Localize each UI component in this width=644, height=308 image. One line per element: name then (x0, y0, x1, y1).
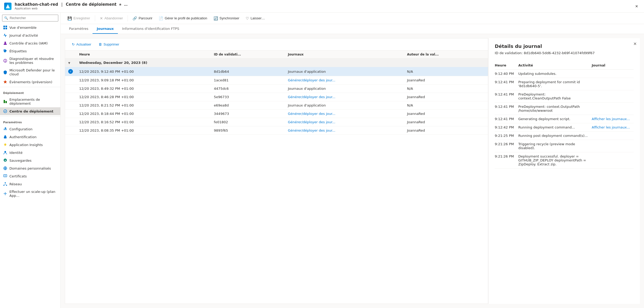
supprimer-button[interactable]: 🗑 Supprimer (96, 41, 122, 48)
row-id-validation: 4475dc6 (211, 85, 285, 93)
synchroniser-button[interactable]: 🔄 Synchroniser (211, 15, 242, 22)
tab-parametres[interactable]: Paramètres (65, 24, 93, 34)
sidebar-item-authentification[interactable]: Authentification (0, 133, 60, 141)
detail-entry-journal[interactable]: Afficher les journaux... (592, 115, 634, 123)
row-auteur: JoannaRed (404, 76, 488, 85)
sidebar-item-reseau[interactable]: Réseau (0, 180, 60, 188)
sidebar-item-identite[interactable]: Identité (0, 149, 60, 156)
detail-entry-activite: Preparing deployment for commit id '8d1d… (518, 78, 592, 90)
laisser-button[interactable]: ♡ Laisser… (243, 15, 268, 22)
row-journaux-link[interactable]: Générer/déployer des jour... (288, 112, 335, 116)
sidebar-item-diagnostiquer[interactable]: Diagnostiquer et résoudre les problèmes (0, 55, 60, 66)
row-journaux[interactable]: Générer/déployer des jour... (285, 126, 404, 135)
status-success-icon: ✓ (68, 69, 73, 74)
sidebar-label-reseau: Réseau (9, 182, 22, 186)
sidebar-label-evenements: Évènements (préversion) (9, 80, 52, 84)
sidebar-item-etiquettes[interactable]: Étiquettes (0, 47, 60, 55)
row-heure: 12/20 2023, 8:49:32 PM +01:00 (76, 85, 211, 93)
abandonner-button[interactable]: ✕ Abandonner (97, 15, 126, 22)
sidebar-item-domaines[interactable]: Domaines personnalisés (0, 164, 60, 172)
svg-point-5 (4, 50, 5, 51)
detail-entry-heure: 9:12:40 PM (495, 70, 518, 78)
sidebar-item-app-insights[interactable]: Application Insights (0, 141, 60, 149)
detail-entry-journal[interactable]: Afficher les journaux... (592, 123, 634, 132)
tag-icon (3, 49, 7, 53)
table-row[interactable]: 12/20 2023, 8:46:28 PM +01:00 5e96733 Gé… (65, 93, 488, 101)
row-journaux-link[interactable]: Générer/déployer des jour... (288, 120, 335, 124)
gerer-profil-label: Gérer le profil de publication (165, 16, 207, 20)
detail-entry-row: 9:21:26 PMTriggering recycle (preview mo… (495, 140, 634, 152)
sidebar-item-vue-ensemble[interactable]: Vue d'ensemble (0, 24, 60, 31)
actualiser-button[interactable]: ↻ Actualiser (69, 41, 94, 48)
group-chevron[interactable]: ▼ (68, 61, 70, 64)
search-input[interactable] (2, 15, 58, 21)
row-journaux[interactable]: Générer/déployer des jour... (285, 118, 404, 126)
sidebar-item-emplacements[interactable]: Emplacements de déploiement (0, 96, 60, 107)
tab-journaux[interactable]: Journaux (93, 24, 118, 34)
detail-entry-row: 9:12:41 PMPreparing deployment for commi… (495, 78, 634, 90)
table-row[interactable]: 12/20 2023, 8:21:52 PM +01:00 e69ea8d Jo… (65, 101, 488, 110)
table-row[interactable]: 12/20 2023, 8:49:32 PM +01:00 4475dc6 Jo… (65, 85, 488, 93)
row-journaux[interactable]: Générer/déployer des jour... (285, 93, 404, 101)
sidebar-item-controle-acces[interactable]: Contrôle d'accès (IAM) (0, 39, 60, 47)
detail-close-button[interactable]: ✕ (633, 41, 637, 46)
col-auteur: Auteur de la val... (404, 51, 488, 59)
svg-rect-13 (4, 130, 7, 130)
table-row[interactable]: 12/20 2023, 9:09:18 PM +01:00 1aced81 Gé… (65, 76, 488, 85)
enregistrer-button[interactable]: 💾 Enregistrer (65, 15, 93, 22)
table-row[interactable]: ✓ 12/20 2023, 9:12:40 PM +01:00 8d1db64 … (65, 67, 488, 76)
row-heure: 12/20 2023, 8:46:28 PM +01:00 (76, 93, 211, 101)
table-row[interactable]: 12/20 2023, 8:08:35 PM +01:00 9895f65 Gé… (65, 126, 488, 135)
sidebar-item-centre-deploiement[interactable]: Centre de déploiement (0, 107, 60, 115)
iam-icon (3, 41, 7, 45)
detail-entry-activite: Updating submodules. (518, 70, 592, 78)
detail-entry-heure: 9:12:41 PM (495, 90, 518, 103)
scaleup-icon (3, 192, 7, 196)
sidebar-item-journal-activite[interactable]: Journal d'activité (0, 31, 60, 39)
detail-entry-heure: 9:12:41 PM (495, 78, 518, 90)
row-journaux: Journaux d'application (285, 67, 404, 76)
detail-entry-row: 9:21:25 PMRunning post deployment comman… (495, 132, 634, 140)
detail-col-heure: Heure (495, 61, 518, 70)
azure-logo (4, 3, 12, 10)
detail-panel: ✕ Détails du journal ID de validation: 8… (488, 38, 640, 304)
subtitle-value: 8d1db640-5dd6-4232-b69f-41074fd99f67 (524, 51, 595, 55)
sidebar-item-evenements[interactable]: Évènements (préversion) (0, 78, 60, 86)
shield-icon (3, 70, 7, 74)
detail-entry-heure: 9:21:26 PM (495, 152, 518, 169)
sidebar-item-sauvegardes[interactable]: Sauvegardes (0, 156, 60, 164)
row-journaux-link[interactable]: Générer/déployer des jour... (288, 78, 335, 82)
row-journaux-link[interactable]: Générer/déployer des jour... (288, 95, 335, 99)
detail-entry-heure: 9:12:42 PM (495, 123, 518, 132)
supprimer-label: Supprimer (104, 42, 119, 46)
row-id-validation: e69ea8d (211, 101, 285, 110)
detail-entry-row: 9:12:40 PMUpdating submodules. (495, 70, 634, 78)
parcourir-button[interactable]: 🔗 Parcourir (130, 15, 155, 22)
row-auteur: JoannaRed (404, 93, 488, 101)
row-journaux-link[interactable]: Générer/déployer des jour... (288, 128, 335, 132)
app-name: hackathon-chat-red (15, 2, 58, 7)
table-row[interactable]: 12/20 2023, 8:16:52 PM +01:00 fe01802 Gé… (65, 118, 488, 126)
more-icon[interactable]: … (124, 2, 128, 7)
svg-point-7 (5, 60, 6, 61)
overview-icon (3, 25, 7, 30)
sidebar-label-journal-activite: Journal d'activité (9, 33, 38, 37)
detail-entry-activite: Triggering recycle (preview mode disable… (518, 140, 592, 152)
row-id-validation: 8d1db64 (211, 67, 285, 76)
tab-ftps[interactable]: Informations d'identification FTPS (118, 24, 183, 34)
star-icon[interactable]: ★ (119, 2, 122, 7)
actualiser-label: Actualiser (76, 42, 91, 46)
deploy-icon (3, 109, 7, 113)
sidebar-item-configuration[interactable]: Configuration (0, 125, 60, 133)
gerer-profil-button[interactable]: 📄 Gérer le profil de publication (156, 15, 210, 22)
sidebar-item-defender[interactable]: Microsoft Defender pour le cloud (0, 66, 60, 78)
sidebar-item-scale-up[interactable]: Effectuer un scale-up (plan App… (0, 188, 60, 199)
identity-icon (3, 150, 7, 155)
row-journaux[interactable]: Générer/déployer des jour... (285, 110, 404, 118)
table-row[interactable]: 12/20 2023, 8:18:44 PM +01:00 3449673 Gé… (65, 110, 488, 118)
detail-entry-row: 9:21:26 PMDeployment successful. deploye… (495, 152, 634, 169)
row-journaux[interactable]: Générer/déployer des jour... (285, 76, 404, 85)
svg-rect-9 (4, 100, 5, 103)
sidebar-item-certificats[interactable]: Certificats (0, 172, 60, 180)
close-window-button[interactable]: ✕ (634, 3, 640, 9)
